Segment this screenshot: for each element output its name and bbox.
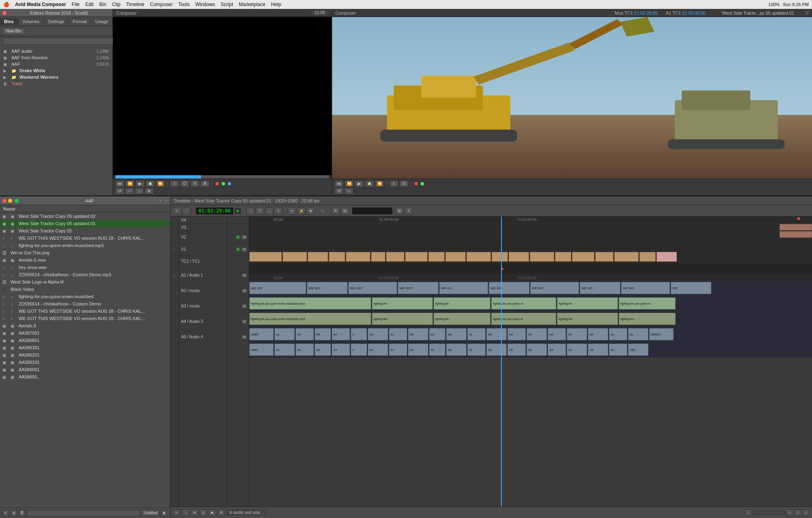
list-item-trash[interactable]: 🗑 Trash bbox=[0, 80, 112, 87]
audio-clip-a4[interactable]: A4 bbox=[296, 328, 314, 340]
audio-clip-a5[interactable]: A4 bbox=[332, 344, 350, 356]
tl-extract[interactable]: ⇧ bbox=[256, 207, 264, 215]
audio-clip-a4[interactable]: A1 bbox=[274, 328, 295, 340]
clip-block[interactable] bbox=[639, 252, 656, 262]
zoom-in-button[interactable]: + bbox=[786, 509, 793, 516]
audio-clip-a5[interactable]: A2 bbox=[429, 344, 445, 356]
audio-clip[interactable]: WE GO bbox=[580, 282, 620, 294]
aaf-search-field[interactable] bbox=[29, 511, 138, 515]
aaf-nav-button[interactable]: ▶ bbox=[161, 510, 168, 516]
audio-clip-a4[interactable]: AA bbox=[368, 328, 388, 340]
list-item[interactable]: ▣ ▣ West Side Tractor Copy 05 updated.01 bbox=[0, 220, 170, 227]
audio-clip-a5[interactable]: AA bbox=[446, 344, 466, 356]
rec-mark-out[interactable]: O bbox=[400, 181, 408, 187]
new-bin-button[interactable]: New Bin bbox=[2, 28, 25, 34]
audio-clip-a5[interactable]: AA bbox=[548, 344, 566, 356]
tab-format[interactable]: Format bbox=[69, 18, 91, 25]
audio-clip-a5[interactable]: 2 bbox=[351, 344, 367, 356]
list-item[interactable]: 🖼 West Side Logo w Alpha.tif bbox=[0, 278, 170, 286]
audio-clip-a5[interactable]: AA bbox=[368, 344, 388, 356]
audio-clip-a5[interactable]: AA bbox=[315, 344, 331, 356]
rec-step-back[interactable]: ⏪ bbox=[345, 181, 354, 187]
music-clip-a3[interactable]: fighting-for- bbox=[619, 313, 676, 325]
overwrite-button[interactable]: B bbox=[201, 181, 209, 187]
audio-clip-a4[interactable]: A1 bbox=[628, 328, 648, 340]
clip-block[interactable] bbox=[405, 252, 428, 262]
aaf-panel-close-x[interactable]: ✕ bbox=[159, 198, 162, 203]
clip-block[interactable] bbox=[249, 252, 282, 262]
goto-start-button[interactable]: ⏮ bbox=[115, 181, 124, 187]
audio-clip-a5[interactable]: AA5 bbox=[628, 344, 648, 356]
script-view-button[interactable]: ≣ bbox=[19, 510, 25, 516]
clip-block[interactable] bbox=[346, 252, 370, 262]
audio-scrub-button[interactable]: ♪ bbox=[135, 188, 144, 194]
rec-mark-in[interactable]: I bbox=[389, 181, 398, 187]
clip-block[interactable] bbox=[445, 252, 466, 262]
audio-clip-a4[interactable]: A4 bbox=[332, 328, 350, 340]
play-indicator[interactable]: ▶ bbox=[235, 208, 241, 214]
footer-settings[interactable]: ⚙ bbox=[218, 509, 225, 516]
zoom-out-button[interactable]: - bbox=[745, 509, 752, 516]
audio-clip[interactable]: WE WO bbox=[530, 282, 579, 294]
aaf-maximize-button[interactable] bbox=[15, 199, 19, 203]
list-item[interactable]: ♪ ♪ ZD595614 - chriskalhoon - Custom Dem… bbox=[0, 271, 170, 278]
tl-render[interactable]: R bbox=[332, 207, 340, 215]
music-clip[interactable]: fighting-for- bbox=[434, 297, 490, 310]
audio-clip-a5[interactable]: AA bbox=[408, 344, 428, 356]
tl-lift[interactable]: ↑ bbox=[246, 207, 255, 215]
aaf-panel-menu[interactable]: ≡ bbox=[165, 198, 168, 203]
aaf-dropdown[interactable]: Untitled bbox=[142, 510, 160, 516]
audio-clip[interactable]: WE WO bbox=[621, 282, 670, 294]
tl-add-track[interactable]: + bbox=[173, 207, 181, 215]
list-item[interactable]: ♪ ♪ WE GOT THIS WESTSIDE VO session AUG … bbox=[0, 234, 170, 242]
clip-block[interactable] bbox=[371, 252, 385, 262]
clip-block[interactable] bbox=[614, 252, 639, 262]
menu-edit[interactable]: Edit bbox=[85, 2, 94, 7]
track-side-btn-v1[interactable]: ↓ bbox=[171, 243, 178, 256]
stop-button[interactable]: ⏹ bbox=[146, 181, 155, 187]
app-name[interactable]: Avid Media Composer bbox=[15, 2, 66, 7]
list-item[interactable]: ▣ ▣ West Side Tractor Copy 05 bbox=[0, 227, 170, 234]
rec-loop[interactable]: ↺ bbox=[335, 188, 343, 194]
clip-block[interactable] bbox=[530, 252, 554, 262]
clip-block[interactable] bbox=[428, 252, 445, 262]
list-item[interactable]: ▣ AAF audio 1,299K bbox=[0, 48, 112, 54]
menu-clip[interactable]: Clip bbox=[112, 2, 121, 7]
track-side-btn-tc[interactable] bbox=[171, 256, 178, 268]
footer-add-track[interactable]: + bbox=[173, 509, 180, 516]
tl-overwrite[interactable]: ⇩ bbox=[274, 207, 283, 215]
music-clip[interactable]: fighting-for-you-quinn-m... bbox=[619, 297, 676, 310]
music-clip[interactable]: fighting-for-you-quinn-erwin-musicbed.mp… bbox=[249, 297, 371, 310]
list-view-button[interactable]: ≡ bbox=[2, 510, 9, 516]
rec-match[interactable]: ↔ bbox=[344, 188, 353, 194]
menu-windows[interactable]: Windows bbox=[195, 2, 215, 7]
rec-step-fwd[interactable]: ⏩ bbox=[375, 181, 384, 187]
list-item[interactable]: ⬛ Black Video bbox=[0, 286, 170, 293]
clip-block[interactable] bbox=[329, 252, 345, 262]
bins-search-input[interactable] bbox=[2, 38, 115, 45]
tl-trim[interactable]: ✂ bbox=[288, 207, 296, 215]
audio-clip-a5[interactable]: AA80.. bbox=[249, 344, 274, 356]
v1-mute-button[interactable]: M bbox=[242, 247, 247, 252]
apple-menu[interactable]: 🍎 bbox=[3, 2, 9, 7]
menu-help[interactable]: Help bbox=[271, 2, 281, 7]
music-clip-a3[interactable]: fighting-for- bbox=[372, 313, 433, 325]
audio-clip-a4[interactable]: A1 bbox=[389, 328, 407, 340]
track-side-btn-v2[interactable]: ↑ bbox=[171, 231, 178, 243]
music-clip-a3[interactable]: fighting-for- bbox=[557, 313, 618, 325]
clip-block[interactable] bbox=[555, 252, 571, 262]
a4-mute-button[interactable]: M bbox=[242, 319, 247, 324]
audio-clip-a5[interactable]: A4 bbox=[508, 344, 526, 356]
audio-clip[interactable]: WE GO bbox=[439, 282, 488, 294]
mark-in-button[interactable]: I bbox=[170, 181, 179, 187]
audio-clip-a5[interactable]: A1 bbox=[274, 344, 295, 356]
list-item[interactable]: ▶ 📁 Weekend Warriors bbox=[0, 74, 112, 80]
zoom-slider[interactable] bbox=[753, 511, 785, 515]
menu-timeline[interactable]: Timeline bbox=[126, 2, 145, 7]
list-item[interactable]: ♪ ♪ WE GOT THIS WESTSIDE VO session AUG … bbox=[0, 315, 170, 322]
tab-volumes[interactable]: Volumes bbox=[18, 18, 44, 25]
tl-splice[interactable]: ↓ bbox=[265, 207, 273, 215]
source-progress-bar[interactable] bbox=[115, 175, 329, 178]
audio-clip-a5[interactable]: A2 bbox=[609, 344, 627, 356]
list-item[interactable]: ♪ ♪ ZD595614 - chriskalhoon - Custom Dem… bbox=[0, 300, 170, 307]
